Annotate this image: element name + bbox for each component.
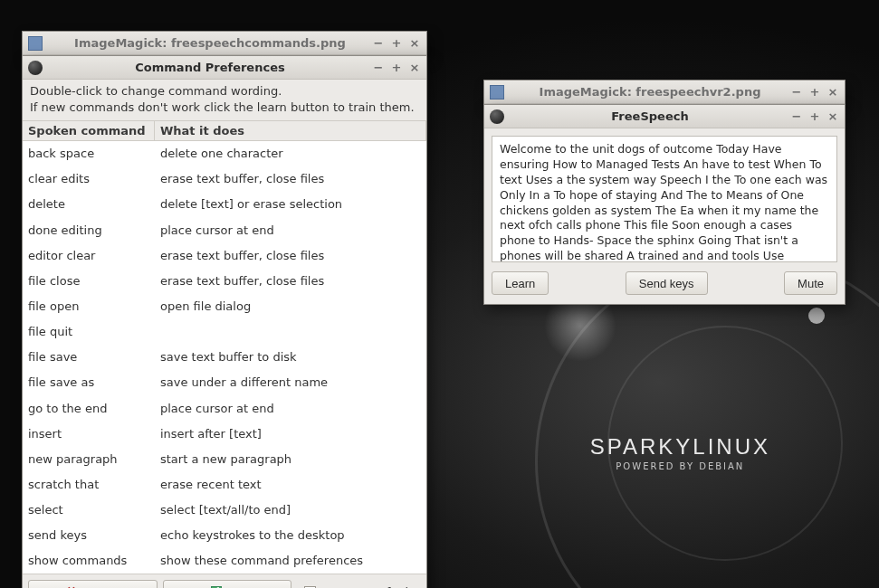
cell-spoken-command: done editing <box>23 221 155 241</box>
table-row[interactable]: show commandsshow these command preferen… <box>23 548 426 574</box>
cell-description: delete [text] or erase selection <box>155 194 426 214</box>
commands-table-body: back spacedelete one characterclear edit… <box>23 141 426 574</box>
table-row[interactable]: file openopen file dialog <box>23 294 426 319</box>
cell-description: erase text buffer, close files <box>155 246 426 266</box>
window-title: ImageMagick: freespeechvr2.png <box>510 85 790 99</box>
cell-spoken-command: send keys <box>23 526 155 545</box>
cell-spoken-command: new paragraph <box>23 450 155 469</box>
cell-spoken-command: clear edits <box>23 169 155 189</box>
cell-description: save text buffer to disk <box>155 347 426 367</box>
titlebar[interactable]: ImageMagick: freespeechvr2.png − + × <box>484 81 845 104</box>
close-button[interactable]: × <box>408 62 421 74</box>
table-row[interactable]: deletedelete [text] or erase selection <box>23 192 426 217</box>
cell-spoken-command: back space <box>23 144 155 164</box>
table-row[interactable]: file savesave text buffer to disk <box>23 345 426 370</box>
instructions: Double-click to change command wording. … <box>23 80 426 120</box>
window-imagemagick-2[interactable]: ImageMagick: freespeechvr2.png − + × <box>483 80 846 105</box>
cell-description: start a new paragraph <box>155 450 426 469</box>
window-imagemagick-1[interactable]: ImageMagick: freespeechcommands.png − + … <box>22 31 427 56</box>
app-icon <box>28 61 43 75</box>
table-row[interactable]: selectselect [text/all/to end] <box>23 498 426 523</box>
cell-spoken-command: go to the end <box>23 399 155 419</box>
app-icon <box>490 109 504 124</box>
close-button[interactable]: × <box>826 110 839 123</box>
desktop-decoration <box>607 326 843 561</box>
mute-button[interactable]: Mute <box>784 271 837 295</box>
send-keys-button[interactable]: Send keys <box>626 271 708 295</box>
maximize-button[interactable]: + <box>390 37 403 50</box>
cell-description: echo keystrokes to the desktop <box>155 526 426 545</box>
titlebar[interactable]: FreeSpeech − + × <box>484 105 845 128</box>
cell-description: insert after [text] <box>155 424 426 444</box>
table-row[interactable]: go to the endplace cursor at end <box>23 396 426 422</box>
cell-description: erase text buffer, close files <box>155 271 426 291</box>
cell-spoken-command: scratch that <box>23 475 155 495</box>
table-row[interactable]: clear editserase text buffer, close file… <box>23 166 426 192</box>
cell-spoken-command: file quit <box>23 322 155 342</box>
close-button[interactable]: × <box>408 37 421 50</box>
cell-description: save under a different name <box>155 373 426 393</box>
cell-description: show these command preferences <box>155 551 426 571</box>
transcript-textbox[interactable]: Welcome to the unit dogs of outcome Toda… <box>492 136 837 262</box>
app-icon <box>28 36 43 51</box>
cancel-button[interactable]: ✖ Cancel <box>28 580 158 588</box>
cell-description: open file dialog <box>155 297 426 317</box>
minimize-button[interactable]: − <box>790 110 803 123</box>
cell-spoken-command: file save as <box>23 373 155 393</box>
window-command-preferences[interactable]: Command Preferences − + × Double-click t… <box>22 55 427 588</box>
table-row[interactable]: done editingplace cursor at end <box>23 218 426 243</box>
minimize-button[interactable]: − <box>790 86 803 99</box>
close-button[interactable]: × <box>826 86 839 99</box>
table-row[interactable]: insertinsert after [text] <box>23 422 426 447</box>
cell-description: select [text/all/to end] <box>155 500 426 520</box>
table-row[interactable]: file quit <box>23 319 426 345</box>
cell-spoken-command: editor clear <box>23 246 155 266</box>
minimize-button[interactable]: − <box>372 62 385 74</box>
window-title: ImageMagick: freespeechcommands.png <box>48 36 372 50</box>
titlebar[interactable]: ImageMagick: freespeechcommands.png − + … <box>23 32 426 55</box>
table-row[interactable]: editor clearerase text buffer, close fil… <box>23 243 426 269</box>
minimize-button[interactable]: − <box>372 37 385 50</box>
cell-description <box>155 322 426 342</box>
cell-description: delete one character <box>155 144 426 164</box>
window-title: FreeSpeech <box>510 109 790 123</box>
cell-spoken-command: show commands <box>23 551 155 571</box>
cell-spoken-command: delete <box>23 194 155 214</box>
branding-main: SPARKYLINUX <box>590 434 770 460</box>
table-row[interactable]: file save assave under a different name <box>23 370 426 395</box>
column-header-what-it-does[interactable]: What it does <box>155 121 426 140</box>
maximize-button[interactable]: + <box>390 62 403 74</box>
cell-spoken-command: file save <box>23 347 155 367</box>
table-header[interactable]: Spoken command What it does <box>23 120 426 141</box>
window-title: Command Preferences <box>48 61 372 74</box>
table-row[interactable]: file closeerase text buffer, close files <box>23 269 426 294</box>
column-header-spoken-command[interactable]: Spoken command <box>23 121 155 140</box>
table-row[interactable]: send keysecho keystrokes to the desktop <box>23 523 426 548</box>
desktop-branding: SPARKYLINUX POWERED BY DEBIAN <box>590 434 770 471</box>
dialog-button-bar: ✖ Cancel OK Restore Defaults <box>23 574 426 588</box>
branding-sub: POWERED BY DEBIAN <box>590 461 770 471</box>
instruction-line-2: If new commands don't work click the lea… <box>30 100 419 116</box>
table-row[interactable]: back spacedelete one character <box>23 141 426 166</box>
maximize-button[interactable]: + <box>808 110 821 123</box>
titlebar[interactable]: Command Preferences − + × <box>23 56 426 80</box>
cell-description: place cursor at end <box>155 399 426 419</box>
desktop-decoration <box>808 308 825 324</box>
cell-spoken-command: file open <box>23 297 155 317</box>
cell-description: erase recent text <box>155 475 426 495</box>
restore-defaults-checkbox[interactable]: Restore Defaults <box>297 580 421 588</box>
ok-button[interactable]: OK <box>163 580 292 588</box>
app-icon <box>490 85 504 100</box>
cell-spoken-command: file close <box>23 271 155 291</box>
freespeech-button-bar: Learn Send keys Mute <box>484 270 845 304</box>
window-freespeech[interactable]: FreeSpeech − + × Welcome to the unit dog… <box>483 104 846 305</box>
learn-button[interactable]: Learn <box>492 271 549 295</box>
table-row[interactable]: new paragraphstart a new paragraph <box>23 447 426 472</box>
cell-spoken-command: insert <box>23 424 155 444</box>
cell-description: place cursor at end <box>155 221 426 241</box>
cancel-icon: ✖ <box>66 584 77 588</box>
maximize-button[interactable]: + <box>808 86 821 99</box>
table-row[interactable]: scratch thaterase recent text <box>23 472 426 498</box>
cell-spoken-command: select <box>23 500 155 520</box>
cell-description: erase text buffer, close files <box>155 169 426 189</box>
